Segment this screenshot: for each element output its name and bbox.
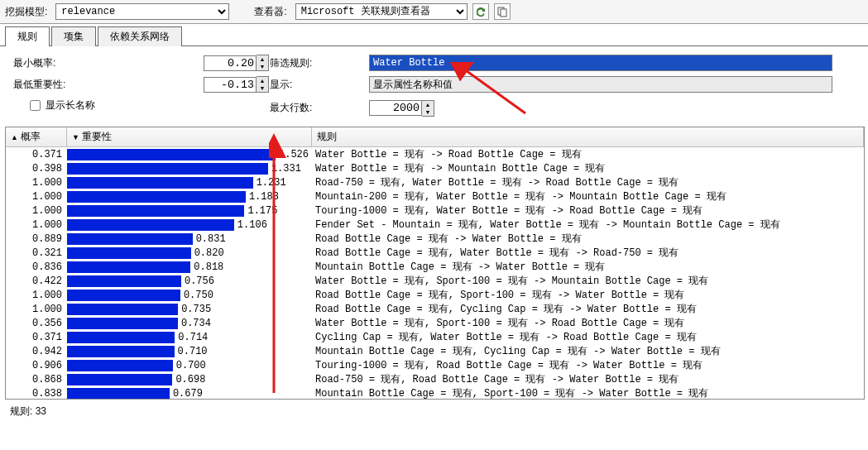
importance-bar [67, 177, 253, 189]
filter-rule-combo[interactable] [369, 55, 832, 71]
grid-body[interactable]: 0.3711.526Water Bottle = 现有 -> Road Bott… [6, 147, 864, 399]
table-row[interactable]: 0.3981.331Water Bottle = 现有 -> Mountain … [6, 161, 864, 175]
max-rows-label: 最大行数: [270, 101, 369, 115]
imp-value: 0.714 [178, 332, 208, 343]
min-prob-down[interactable]: ▼ [257, 63, 268, 70]
copy-icon[interactable] [494, 3, 511, 20]
importance-bar [67, 149, 276, 160]
imp-value: 1.331 [271, 163, 301, 175]
imp-value: 0.700 [176, 360, 206, 371]
importance-bar [67, 163, 268, 175]
cell-rule: Road Bottle Cage = 现有, Sport-100 = 现有 ->… [312, 288, 864, 302]
cell-imp: 1.183 [67, 191, 312, 203]
table-row[interactable]: 0.3710.714Cycling Cap = 现有, Water Bottle… [6, 330, 864, 344]
min-imp-input[interactable] [204, 77, 257, 93]
table-row[interactable]: 0.9060.700Touring-1000 = 现有, Road Bottle… [6, 358, 864, 372]
cell-prob: 0.371 [6, 149, 67, 160]
cell-prob: 0.398 [6, 163, 67, 175]
long-name-checkbox[interactable] [30, 100, 41, 111]
cell-prob: 1.000 [6, 177, 67, 189]
table-row[interactable]: 1.0001.183Mountain-200 = 现有, Water Bottl… [6, 189, 864, 203]
imp-value: 0.710 [178, 346, 208, 357]
importance-bar [67, 360, 173, 371]
refresh-icon[interactable] [472, 3, 489, 20]
table-row[interactable]: 0.8360.818Mountain Bottle Cage = 现有 -> W… [6, 260, 864, 274]
table-row[interactable]: 1.0000.750Road Bottle Cage = 现有, Sport-1… [6, 288, 864, 302]
imp-value: 1.175 [247, 205, 277, 217]
importance-bar [67, 275, 181, 287]
cell-imp: 1.175 [67, 205, 312, 217]
table-row[interactable]: 0.9420.710Mountain Bottle Cage = 现有, Cyc… [6, 344, 864, 358]
display-label: 显示: [270, 78, 369, 92]
cell-rule: Touring-1000 = 现有, Road Bottle Cage = 现有… [312, 358, 864, 372]
cell-rule: Water Bottle = 现有 -> Mountain Bottle Cag… [312, 161, 864, 175]
importance-bar [67, 247, 191, 259]
imp-value: 0.734 [181, 318, 211, 329]
cell-imp: 0.700 [67, 360, 312, 371]
cell-imp: 0.734 [67, 318, 312, 329]
table-row[interactable]: 0.8380.679Mountain Bottle Cage = 现有, Spo… [6, 386, 864, 399]
tab-depnet[interactable]: 依赖关系网络 [98, 26, 182, 46]
viewer-dropdown[interactable]: Microsoft 关联规则查看器 [295, 3, 468, 20]
table-row[interactable]: 0.3210.820Road Bottle Cage = 现有, Water B… [6, 246, 864, 260]
table-row[interactable]: 1.0001.231Road-750 = 现有, Water Bottle = … [6, 175, 864, 189]
importance-bar [67, 233, 193, 245]
imp-value: 0.698 [175, 374, 205, 385]
max-rows-up[interactable]: ▲ [422, 101, 434, 108]
min-prob-label: 最小概率: [13, 56, 204, 70]
filter-panel: 最小概率: ▲▼ 筛选规则: 最低重要性: ▲▼ 显示: 显示长名称 最大行数:… [0, 46, 868, 125]
table-row[interactable]: 1.0001.175Touring-1000 = 现有, Water Bottl… [6, 203, 864, 218]
imp-value: 0.750 [184, 290, 213, 301]
col-header-imp[interactable]: ▼ 重要性 [67, 127, 312, 146]
max-rows-down[interactable]: ▼ [422, 108, 434, 116]
cell-rule: Water Bottle = 现有, Sport-100 = 现有 -> Roa… [312, 316, 864, 330]
imp-value: 0.756 [185, 275, 214, 287]
tab-rules-label: 规则 [17, 31, 37, 42]
imp-value: 0.818 [194, 261, 223, 273]
cell-rule: Mountain Bottle Cage = 现有 -> Water Bottl… [312, 260, 864, 274]
cell-prob: 0.868 [6, 374, 67, 385]
table-row[interactable]: 0.3711.526Water Bottle = 现有 -> Road Bott… [6, 147, 864, 161]
col-header-prob[interactable]: ▲ 概率 [6, 127, 67, 146]
cell-imp: 0.714 [67, 332, 312, 343]
table-row[interactable]: 0.3560.734Water Bottle = 现有, Sport-100 =… [6, 316, 864, 330]
cell-rule: Mountain-200 = 现有, Water Bottle = 现有 -> … [312, 189, 864, 203]
table-row[interactable]: 0.8890.831Road Bottle Cage = 现有 -> Water… [6, 232, 864, 246]
imp-value: 0.679 [173, 388, 203, 400]
cell-prob: 0.942 [6, 346, 67, 357]
cell-imp: 0.710 [67, 346, 312, 357]
importance-bar [67, 261, 190, 273]
table-row[interactable]: 1.0000.735Road Bottle Cage = 现有, Cycling… [6, 302, 864, 316]
col-header-rule[interactable]: 规则 [312, 127, 864, 146]
display-combo[interactable] [369, 76, 832, 93]
table-row[interactable]: 0.8680.698Road-750 = 现有, Road Bottle Cag… [6, 372, 864, 386]
min-prob-up[interactable]: ▲ [257, 55, 268, 63]
svg-rect-1 [501, 9, 506, 17]
tab-rules[interactable]: 规则 [5, 26, 50, 46]
max-rows-input[interactable] [369, 100, 422, 116]
table-row[interactable]: 1.0001.106Fender Set - Mountain = 现有, Wa… [6, 218, 864, 232]
importance-bar [67, 290, 180, 301]
cell-prob: 1.000 [6, 219, 67, 231]
min-imp-up[interactable]: ▲ [257, 77, 268, 84]
importance-bar [67, 346, 175, 357]
cell-imp: 1.106 [67, 219, 312, 231]
cell-prob: 1.000 [6, 205, 67, 217]
mining-model-dropdown[interactable]: relevance [55, 3, 229, 20]
min-prob-input[interactable] [204, 55, 257, 71]
importance-bar [67, 219, 234, 231]
tab-itemsets[interactable]: 项集 [51, 26, 96, 46]
cell-prob: 0.889 [6, 233, 67, 245]
cell-imp: 0.698 [67, 374, 312, 385]
min-imp-down[interactable]: ▼ [257, 84, 268, 92]
cell-prob: 0.356 [6, 318, 67, 329]
status-label: 规则: [10, 405, 32, 417]
importance-bar [67, 205, 244, 217]
cell-rule: Road Bottle Cage = 现有, Water Bottle = 现有… [312, 246, 864, 260]
table-row[interactable]: 0.4220.756Water Bottle = 现有, Sport-100 =… [6, 274, 864, 288]
cell-prob: 0.321 [6, 247, 67, 259]
status-count: 33 [36, 405, 46, 417]
imp-value: 1.106 [237, 219, 267, 231]
long-name-label: 显示长名称 [46, 99, 98, 111]
cell-rule: Fender Set - Mountain = 现有, Water Bottle… [312, 218, 864, 232]
